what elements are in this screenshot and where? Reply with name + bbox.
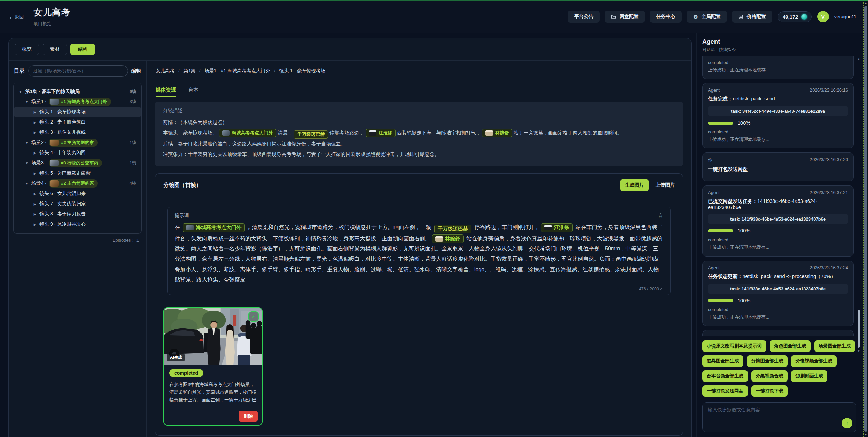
quick-action-button[interactable]: 场景图全部生成 [814,340,855,352]
entity-chip[interactable]: 海城高考考点大门外 [183,223,245,232]
tree-shot-row[interactable]: ▶镜头 4 · 十年装穷闪回 [16,148,139,158]
breadcrumb-item[interactable]: 场景1 · #1 海城高考考点大门外 [205,68,271,74]
generate-image-button[interactable]: 生成图片 [620,179,649,191]
page-scrollbar[interactable]: ▲ ▼ [864,1,868,437]
upload-image-button[interactable]: 上传图片 [656,182,675,188]
entity-chip[interactable]: 江淮修 [541,223,573,232]
quick-action-button[interactable]: 一键打包发送网盘 [702,385,748,397]
chat-scrollbar[interactable]: ▲ ▼ [857,57,861,352]
nav-button-5[interactable]: 价格配置 [732,11,772,23]
panel-body: 目录 编辑 ▼第1集 · 豪车下的惊天骗局9镜▼场景1 ·#1 海城高考考点大门… [9,61,691,437]
breadcrumb-item[interactable]: 女儿高考 [156,68,175,74]
scene-chip[interactable]: #2 主角简陋的家 [49,179,98,188]
selected-check-icon[interactable]: ✓ [248,311,259,322]
caret-down-icon: ▼ [25,182,29,185]
quick-action-button[interactable]: 分镜图全部生成 [747,355,788,367]
tree-scene-row[interactable]: ▼场景2 ·#2 主角简陋的家1镜 [16,137,139,148]
entity-thumbnail [222,130,230,136]
quick-action-button[interactable]: 台本音频全部生成 [702,370,748,382]
shot-label: 镜头 6 · 女儿含泪归来 [39,191,86,197]
caret-right-icon: ▶ [33,120,37,124]
prompt-text[interactable]: 在 海城高考考点大门外，清晨柔和自然光，宽阔城市道路旁，校门横幅悬挂于上方。画面… [175,222,663,285]
nav-button-1[interactable]: 平台公告 [568,11,600,23]
entity-chip[interactable]: 江淮修 [366,129,396,137]
breadcrumb-item[interactable]: 镜头 1 · 豪车惊现考场 [279,68,325,74]
send-button[interactable]: ↑ [842,418,852,428]
nav-button-3[interactable]: 任务中心 [650,11,682,23]
chat-list[interactable]: completed上传成功，正在清理本地缓存...Agent2026/3/23 … [697,55,863,336]
filter-input[interactable] [28,65,128,77]
tree-shot-row[interactable]: ▶镜头 1 · 豪车惊现考场 [14,107,141,117]
scrollbar-thumb[interactable] [858,310,860,348]
entity-chip-label: 林婉舒 [445,235,460,243]
edit-button[interactable]: 编辑 [131,68,141,74]
caret-right-icon: ▶ [33,151,37,155]
progress-row: 100% [708,120,848,126]
entity-chip[interactable]: 林婉舒 [482,129,512,137]
nav-button-2[interactable]: 网盘配置 [605,11,645,23]
quick-action-button[interactable]: 小说原文改写剧本及提示词 [702,340,766,352]
task-status: completed [708,236,848,244]
entity-chip[interactable]: 林婉舒 [432,234,464,243]
scene-chip[interactable]: #1 海城高考考点大门外 [49,98,111,106]
page-scrollbar-thumb[interactable] [864,6,867,432]
caret-right-icon: ▶ [33,223,37,226]
favorite-star-icon[interactable]: ☆ [658,212,663,220]
page-scroll-down-icon[interactable]: ▼ [864,432,868,437]
tree-scene-row[interactable]: ▼场景3 ·#3 行驶的公交车内1镜 [16,158,139,168]
resize-grip-icon[interactable] [660,288,663,291]
tab-script[interactable]: 台本 [188,87,198,97]
caret-right-icon: ▶ [33,110,37,114]
tab-media-resources[interactable]: 媒体资源 [156,87,176,97]
panel-tab-结构[interactable]: 结构 [70,44,95,55]
tree-shot-row[interactable]: ▶镜头 6 · 女儿含泪归来 [16,189,139,199]
scroll-down-icon[interactable]: ▼ [857,349,861,353]
panel-tab-概览[interactable]: 概览 [15,44,39,55]
entity-chip[interactable]: 千万级迈巴赫 [434,225,471,233]
scene-chip[interactable]: #3 行驶的公交车内 [49,159,102,167]
chat-message-header: Agent2026/3/23 16:37:21 [708,190,848,195]
entity-chip[interactable]: 千万级迈巴赫 [294,130,328,139]
scene-chip-label: #2 主角简陋的家 [61,140,94,146]
tree-episode-row[interactable]: ▼第1集 · 豪车下的惊天骗局9镜 [16,86,139,97]
task-note: 上传成功，正在清理本地缓存... [708,313,848,321]
scene-chip-label: #3 行驶的公交车内 [61,160,98,166]
generated-image[interactable]: AI生成 ✓ [164,308,262,365]
quick-action-button[interactable]: 短剧封面生成 [791,370,827,382]
page-scroll-up-icon[interactable]: ▲ [864,1,868,5]
tree-shot-row[interactable]: ▶镜头 2 · 妻子脸色煞白 [16,117,139,127]
quick-action-button[interactable]: 分集视频合成 [751,370,788,382]
breadcrumb-item[interactable]: 第1集 [183,68,196,74]
prompt-label: 提示词 [175,213,189,219]
tree-shot-row[interactable]: ▶镜头 7 · 丈夫伪装归家 [16,199,139,209]
credits-pill[interactable]: 49,172 [778,11,812,22]
catalog-header: 目录 编辑 [9,61,146,80]
tree-scene-row[interactable]: ▼场景1 ·#1 海城高考考点大门外3镜 [16,97,139,107]
avatar[interactable]: V [817,11,829,22]
progress-percent: 100% [738,120,750,126]
tree-scene-row[interactable]: ▼场景4 ·#2 主角简陋的家4镜 [16,178,139,189]
chat-message-card: Agent2026/3/23 16:26:16任务完成：netdisk_pack… [702,83,854,148]
entity-chip[interactable]: 海城高考考点大门外 [219,129,276,137]
panel-tab-素材[interactable]: 素材 [43,44,67,55]
tree-shot-row[interactable]: ▶镜头 5 · 迈巴赫载走闺蜜 [16,168,139,178]
chat-input[interactable] [703,403,856,432]
quick-action-button[interactable]: 道具图全部生成 [702,355,743,367]
tree-shot-row[interactable]: ▶镜头 9 · 冰冷眼神决心 [16,219,139,229]
credits-count: 49,172 [783,14,798,20]
quick-action-button[interactable]: 角色图全部生成 [770,340,811,352]
quick-action-button[interactable]: 分镜视频全部生成 [791,355,837,367]
nav-button-4[interactable]: ⚙全局配置 [687,11,727,23]
caret-right-icon: ▶ [33,131,37,134]
back-button[interactable]: ‹ 返回 [10,14,24,20]
title-block: 女儿高考 项目概览 [34,6,70,27]
tree-shot-row[interactable]: ▶镜头 3 · 遮住女儿视线 [16,127,139,137]
delete-button[interactable]: 删除 [239,411,258,422]
quick-action-button[interactable]: 一键打包下载 [751,385,788,397]
generated-image-card: AI生成 ✓ completed 在参考图3中的海城高考考点大门外场景，清晨柔和… [163,307,263,426]
tree-shot-row[interactable]: ▶镜头 8 · 妻子停刀反击 [16,209,139,219]
chat-timestamp: 2026/3/23 16:37:24 [810,265,848,270]
episodes-count: Episodes： 1 [9,235,146,245]
scroll-up-icon[interactable]: ▲ [857,57,861,61]
scene-chip[interactable]: #2 主角简陋的家 [49,139,98,147]
